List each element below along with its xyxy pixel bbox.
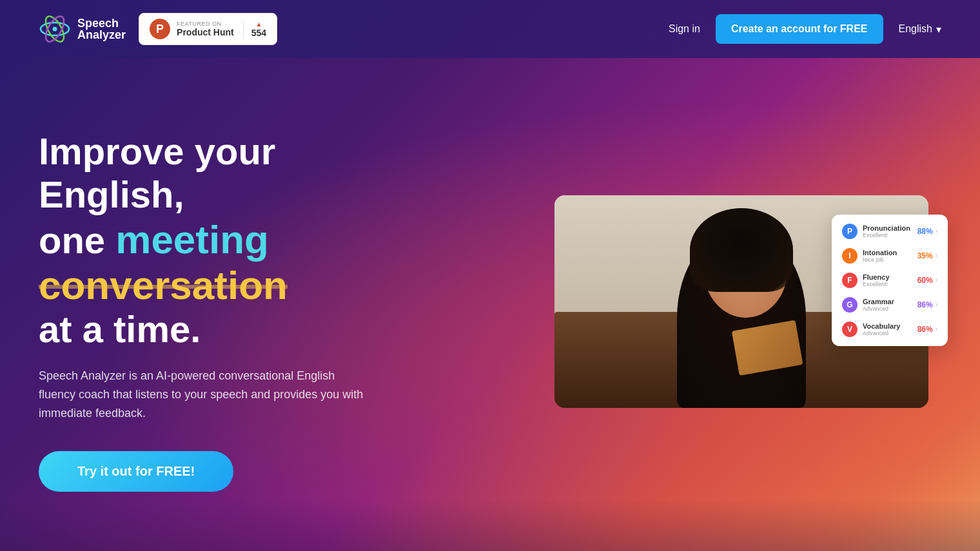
logo[interactable]: Speech Analyzer [39, 13, 126, 45]
stats-card: P Pronunciation Excellent! 88% › I [832, 215, 948, 346]
product-hunt-featured-label: FEATURED ON [177, 21, 234, 27]
intonation-sub: Nice job [863, 256, 897, 263]
stat-row-intonation: I Intonation Nice job 35% › [837, 244, 943, 267]
vocabulary-chevron-icon: › [936, 325, 937, 333]
headline-part2: at a time. [39, 308, 201, 350]
product-hunt-badge[interactable]: P FEATURED ON Product Hunt ▲ 554 [139, 13, 277, 45]
product-hunt-icon: P [150, 19, 170, 39]
logo-icon [39, 13, 71, 45]
create-account-button[interactable]: Create an account for FREE [716, 14, 883, 44]
hero-section: Improve your English, one meeting conver… [0, 58, 980, 551]
header-right: Sign in Create an account for FREE Engli… [669, 14, 941, 44]
product-hunt-name-label: Product Hunt [177, 27, 234, 37]
hero-left: Improve your English, one meeting conver… [39, 117, 426, 491]
vocabulary-score: 86% [917, 325, 933, 334]
vocabulary-sub: Advanced [863, 330, 901, 336]
fluency-score: 60% [917, 276, 933, 285]
pronunciation-chevron-icon: › [936, 227, 937, 235]
pronunciation-score: 88% [917, 227, 933, 236]
grammar-chevron-icon: › [936, 301, 937, 308]
hero-description: Speech Analyzer is an AI-powered convers… [39, 367, 374, 422]
stat-row-pronunciation: P Pronunciation Excellent! 88% › [837, 220, 943, 243]
vote-count: 554 [251, 28, 266, 38]
try-free-button[interactable]: Try it out for FREE! [39, 451, 233, 492]
intonation-chevron-icon: › [936, 252, 937, 259]
stat-row-fluency: F Fluency Excellent! 60% › [837, 269, 943, 292]
fluency-sub: Excellent! [863, 281, 890, 287]
chevron-down-icon: ▾ [936, 23, 941, 35]
grammar-score: 86% [917, 300, 933, 309]
headline-one: one [39, 219, 105, 261]
upvote-arrow-icon: ▲ [255, 21, 262, 28]
product-hunt-votes: ▲ 554 [243, 21, 266, 38]
stat-row-vocabulary: V Vocabulary Advanced 86% › [837, 318, 943, 341]
intonation-icon: I [842, 248, 858, 264]
grammar-icon: G [842, 297, 858, 313]
fluency-label: Fluency [863, 273, 890, 281]
product-hunt-text: FEATURED ON Product Hunt [177, 21, 234, 37]
vocabulary-icon: V [842, 322, 858, 337]
headline-animated-word-2: conversation [39, 263, 288, 307]
fluency-icon: F [842, 273, 858, 288]
grammar-sub: Advanced [863, 305, 894, 312]
headline-part1: Improve your English, [39, 130, 275, 215]
language-label: English [899, 23, 932, 35]
pronunciation-label: Pronunciation [863, 224, 910, 232]
language-selector[interactable]: English ▾ [899, 23, 941, 35]
logo-text: Speech Analyzer [77, 17, 126, 41]
grammar-label: Grammar [863, 298, 894, 305]
svg-point-3 [53, 27, 57, 32]
stat-row-grammar: G Grammar Advanced 86% › [837, 293, 943, 316]
pronunciation-icon: P [842, 224, 858, 239]
pronunciation-sub: Excellent! [863, 232, 910, 238]
hero-right: P Pronunciation Excellent! 88% › I [554, 195, 941, 414]
sign-in-button[interactable]: Sign in [669, 23, 700, 35]
logo-name-speech: Speech [77, 17, 126, 29]
intonation-score: 35% [917, 251, 933, 260]
header-left: Speech Analyzer P FEATURED ON Product Hu… [39, 13, 277, 45]
hero-content: Improve your English, one meeting conver… [0, 58, 980, 551]
vocabulary-label: Vocabulary [863, 322, 901, 330]
hero-headline: Improve your English, one meeting conver… [39, 130, 426, 351]
logo-name-analyzer: Analyzer [77, 29, 126, 41]
fluency-chevron-icon: › [936, 276, 937, 284]
headline-animated-word-1: meeting [115, 217, 269, 262]
intonation-label: Intonation [863, 249, 897, 256]
